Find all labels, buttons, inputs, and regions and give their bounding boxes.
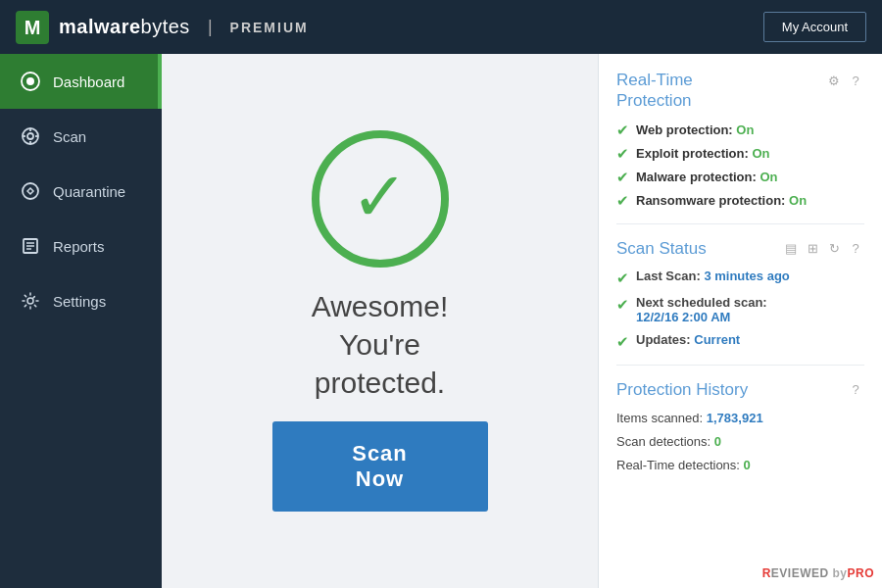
divider-2 <box>616 365 864 366</box>
scan-status-header: Scan Status ▤ ⊞ ↻ ? <box>616 238 864 259</box>
logo-divider: | <box>208 17 213 37</box>
realtime-detections-value: 0 <box>744 458 751 472</box>
content-area: ✓ Awesome! You're protected. Scan Now Re… <box>162 54 882 588</box>
scan-icon <box>20 125 41 147</box>
sidebar-item-settings[interactable]: Settings <box>0 273 162 328</box>
sidebar-label-dashboard: Dashboard <box>53 74 124 90</box>
check-icon: ✔ <box>616 192 629 210</box>
malwarebytes-logo-icon: M <box>16 11 49 44</box>
check-icon: ✔ <box>616 145 629 163</box>
center-panel: ✓ Awesome! You're protected. Scan Now <box>162 54 598 588</box>
reports-icon <box>20 235 41 257</box>
updates-item: ✔ Updates: Current <box>616 332 864 351</box>
realtime-protection-icons: ⚙ ? <box>825 72 864 89</box>
scan-now-button[interactable]: Scan Now <box>272 421 488 512</box>
malware-protection-label: Malware protection: On <box>636 170 777 184</box>
premium-label: PREMIUM <box>230 20 309 35</box>
realtime-detections: Real-Time detections: 0 <box>616 457 864 474</box>
my-account-button[interactable]: My Account <box>763 12 866 42</box>
help-icon-history[interactable]: ? <box>847 381 864 399</box>
refresh-icon[interactable]: ↻ <box>825 240 843 258</box>
next-scan-label: Next scheduled scan:12/2/16 2:00 AM <box>636 295 767 324</box>
svg-point-15 <box>27 298 33 304</box>
dashboard-icon <box>20 71 41 92</box>
svg-text:M: M <box>24 17 41 38</box>
svg-point-10 <box>23 183 38 199</box>
items-scanned-value: 1,783,921 <box>707 411 763 425</box>
last-scan-item: ✔ Last Scan: 3 minutes ago <box>616 269 864 287</box>
realtime-protection-header: Real-TimeProtection ⚙ ? <box>616 70 864 112</box>
check-icon: ✔ <box>616 333 629 351</box>
realtime-protection-title: Real-TimeProtection <box>616 70 693 112</box>
protection-history-header: Protection History ? <box>616 379 864 400</box>
malware-protection-item: ✔ Malware protection: On <box>616 169 864 186</box>
items-scanned: Items scanned: 1,783,921 <box>616 410 864 427</box>
check-icon: ✔ <box>616 270 629 287</box>
help-icon-scan[interactable]: ? <box>847 240 864 258</box>
last-scan-label: Last Scan: 3 minutes ago <box>636 269 790 283</box>
app-header: M malwarebytes | PREMIUM My Account <box>0 0 882 54</box>
divider-1 <box>616 223 864 224</box>
sidebar-label-reports: Reports <box>53 238 105 255</box>
sidebar-item-scan[interactable]: Scan <box>0 109 162 164</box>
check-icon: ✔ <box>616 296 629 314</box>
web-protection-label: Web protection: On <box>636 122 754 137</box>
next-scan-item: ✔ Next scheduled scan:12/2/16 2:00 AM <box>616 295 864 324</box>
web-protection-item: ✔ Web protection: On <box>616 122 864 139</box>
sidebar-label-quarantine: Quarantine <box>53 183 125 200</box>
sidebar: Dashboard Scan <box>0 54 162 588</box>
check-icon: ✔ <box>616 169 629 186</box>
sidebar-label-scan: Scan <box>53 128 86 145</box>
ransomware-protection-label: Ransomware protection: On <box>636 193 807 208</box>
logo-area: M malwarebytes | PREMIUM <box>16 11 309 44</box>
list-icon[interactable]: ▤ <box>782 240 800 258</box>
sidebar-item-reports[interactable]: Reports <box>0 219 162 273</box>
gear-icon[interactable]: ⚙ <box>825 72 843 89</box>
protection-history-title: Protection History <box>616 379 748 400</box>
settings-icon <box>20 290 41 312</box>
scan-status-icons: ▤ ⊞ ↻ ? <box>782 240 864 258</box>
sidebar-item-dashboard[interactable]: Dashboard <box>0 54 162 109</box>
sidebar-label-settings: Settings <box>53 293 106 310</box>
main-layout: Dashboard Scan <box>0 54 882 588</box>
help-icon[interactable]: ? <box>847 72 864 89</box>
exploit-protection-label: Exploit protection: On <box>636 146 770 161</box>
check-mark-icon: ✓ <box>351 163 409 231</box>
check-icon: ✔ <box>616 122 629 139</box>
scan-status-title: Scan Status <box>616 238 707 259</box>
watermark: REVIEWED byPRO <box>762 566 874 580</box>
grid-icon[interactable]: ⊞ <box>804 240 821 258</box>
scan-detections-value: 0 <box>714 434 721 449</box>
updates-label: Updates: Current <box>636 332 740 347</box>
ransomware-protection-item: ✔ Ransomware protection: On <box>616 192 864 210</box>
scan-detections: Scan detections: 0 <box>616 433 864 451</box>
svg-point-5 <box>27 133 33 139</box>
sidebar-item-quarantine[interactable]: Quarantine <box>0 164 162 219</box>
svg-point-3 <box>26 77 34 85</box>
logo-text: malwarebytes <box>59 16 190 38</box>
protection-check-circle: ✓ <box>312 130 449 268</box>
right-panel: Real-TimeProtection ⚙ ? ✔ Web protection… <box>598 54 882 588</box>
exploit-protection-item: ✔ Exploit protection: On <box>616 145 864 163</box>
protection-status-text: Awesome! You're protected. <box>312 287 449 402</box>
quarantine-icon <box>20 180 41 202</box>
history-icons: ? <box>847 381 864 399</box>
